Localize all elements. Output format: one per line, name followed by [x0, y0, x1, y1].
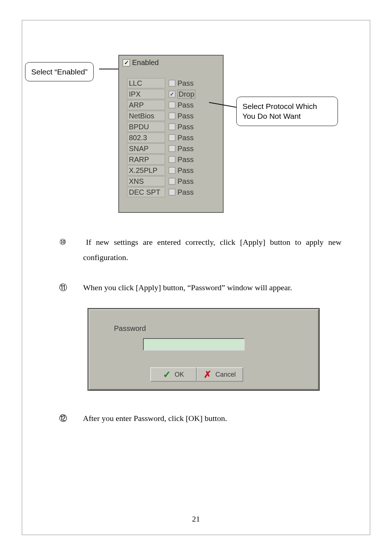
ok-label: OK — [175, 371, 184, 378]
callout-select-protocol: Select Protocol Which You Do Not Want — [236, 97, 338, 126]
cancel-button[interactable]: ✗ Cancel — [197, 367, 243, 382]
callout-line-1: Select Protocol Which — [242, 101, 332, 111]
protocol-checkbox[interactable] — [169, 178, 175, 185]
protocol-action: Pass — [177, 155, 193, 164]
protocol-checkbox[interactable]: ✓ — [169, 91, 175, 97]
protocol-checkbox[interactable] — [169, 189, 175, 195]
protocol-name: X.25PLP — [127, 165, 165, 175]
protocol-checkbox[interactable] — [169, 123, 175, 130]
dialog-buttons: ✓ OK ✗ Cancel — [150, 367, 243, 382]
protocol-name: BPDU — [127, 122, 165, 132]
callout-text: Select “Enabled” — [31, 68, 87, 76]
cancel-label: Cancel — [215, 371, 236, 378]
protocol-action: Pass — [177, 166, 193, 175]
enabled-row: ✓ Enabled — [119, 56, 223, 69]
protocol-row: X.25PLPPass — [127, 165, 223, 176]
step-text: If new settings are entered correctly, c… — [83, 238, 342, 262]
protocol-row: 802.3Pass — [127, 132, 223, 143]
protocol-action: Pass — [177, 79, 193, 88]
check-icon: ✓ — [124, 59, 129, 66]
protocol-row: XNSPass — [127, 176, 223, 187]
protocol-name: ARP — [127, 100, 165, 110]
protocol-name: 802.3 — [127, 133, 165, 143]
protocol-action: Pass — [177, 177, 193, 186]
ok-button[interactable]: ✓ OK — [150, 367, 197, 382]
protocol-name: RARP — [127, 154, 165, 165]
protocol-action: Pass — [177, 134, 193, 142]
protocol-name: DEC SPT — [127, 187, 165, 197]
callout-select-enabled: Select “Enabled” — [25, 62, 94, 81]
step-text: After you enter Password, click [OK] but… — [83, 414, 227, 423]
password-label: Password — [114, 324, 146, 333]
protocol-name: NetBios — [127, 111, 165, 121]
protocol-name: SNAP — [127, 143, 165, 154]
protocol-figure: Select “Enabled” ✓ Enabled LLCPassIPX✓Dr… — [22, 55, 371, 222]
page-number: 21 — [22, 514, 370, 524]
protocol-checkbox[interactable] — [169, 156, 175, 163]
protocol-name: IPX — [127, 89, 165, 99]
protocol-name: LLC — [127, 78, 165, 88]
protocol-action: Pass — [177, 188, 193, 197]
protocol-panel: ✓ Enabled LLCPassIPX✓DropARPPassNetBiosP… — [118, 55, 224, 213]
protocol-checkbox[interactable] — [169, 134, 175, 141]
protocol-row: NetBiosPass — [127, 110, 223, 121]
protocol-row: DEC SPTPass — [127, 187, 223, 198]
protocol-checkbox[interactable] — [169, 145, 175, 152]
callout-line-2: You Do Not Want — [242, 111, 332, 121]
x-icon: ✗ — [204, 369, 212, 380]
protocol-row: BPDUPass — [127, 121, 223, 132]
step-10: ⑩ If new settings are entered correctly,… — [71, 235, 342, 265]
protocol-name: XNS — [127, 176, 165, 186]
protocol-checkbox[interactable] — [169, 102, 175, 108]
protocol-checkbox[interactable] — [169, 113, 175, 119]
step-number: ⑫ — [71, 411, 81, 426]
password-dialog: Password ✓ OK ✗ Cancel — [87, 308, 320, 391]
step-11: ⑪ When you click [Apply] button, “Passwo… — [71, 280, 342, 295]
callout-connector-left — [99, 69, 119, 69]
protocol-row: RARPPass — [127, 154, 223, 165]
check-icon: ✓ — [163, 369, 171, 380]
protocol-row: LLCPass — [127, 78, 223, 89]
protocol-table: LLCPassIPX✓DropARPPassNetBiosPassBPDUPas… — [127, 78, 223, 198]
password-input[interactable] — [143, 338, 245, 351]
step-12: ⑫ After you enter Password, click [OK] b… — [71, 411, 342, 426]
protocol-checkbox[interactable] — [169, 80, 175, 86]
step-text: When you click [Apply] button, “Password… — [83, 283, 292, 292]
protocol-row: SNAPPass — [127, 143, 223, 154]
protocol-row: ARPPass — [127, 100, 223, 110]
protocol-action: Pass — [177, 123, 193, 131]
protocol-action: Pass — [177, 101, 193, 109]
protocol-action: Pass — [177, 145, 193, 153]
document-page: Select “Enabled” ✓ Enabled LLCPassIPX✓Dr… — [22, 20, 370, 535]
step-number: ⑪ — [71, 280, 81, 295]
protocol-action: Pass — [177, 112, 193, 120]
protocol-checkbox[interactable] — [169, 167, 175, 174]
enabled-checkbox[interactable]: ✓ — [123, 59, 130, 66]
protocol-row: IPX✓Drop — [127, 89, 223, 100]
protocol-action: Drop — [177, 90, 195, 99]
enabled-label: Enabled — [132, 58, 159, 67]
step-number: ⑩ — [71, 235, 81, 250]
